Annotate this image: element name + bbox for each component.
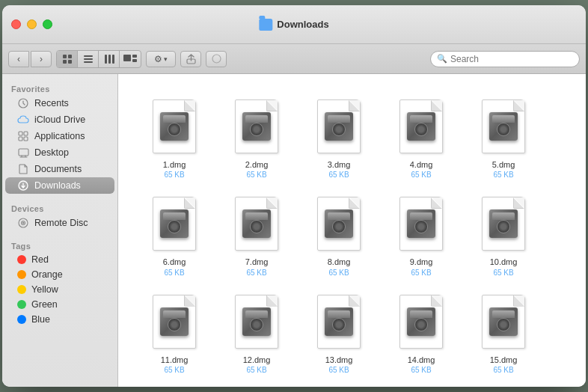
clock-icon <box>17 97 29 109</box>
sidebar-item-label: iCloud Drive <box>34 114 85 125</box>
disk-image-icon <box>407 112 435 141</box>
sidebar-item-label: Desktop <box>34 147 69 158</box>
list-item[interactable]: 1.dmg 65 KB <box>133 89 215 186</box>
document-shape <box>235 197 278 251</box>
file-icon <box>148 194 200 254</box>
orange-tag-dot <box>17 270 26 279</box>
sidebar-item-desktop[interactable]: Desktop <box>5 144 114 161</box>
desktop-icon <box>17 147 29 159</box>
maximize-button[interactable] <box>43 19 52 29</box>
action-menu-button[interactable]: ⚙ ▾ <box>146 51 176 67</box>
list-item[interactable]: 14.dmg 65 KB <box>380 284 462 382</box>
document-shape <box>399 197 443 251</box>
document-shape <box>153 197 196 251</box>
list-item[interactable]: 6.dmg 65 KB <box>133 186 215 284</box>
file-size: 65 KB <box>246 269 266 277</box>
close-button[interactable] <box>11 19 21 29</box>
sidebar-item-label: Remote Disc <box>34 218 88 228</box>
sidebar-item-tag-blue[interactable]: Blue <box>5 312 114 327</box>
document-shape <box>482 197 525 251</box>
list-item[interactable]: 12.dmg 65 KB <box>215 284 298 382</box>
sidebar-item-label: Applications <box>34 131 85 141</box>
minimize-button[interactable] <box>27 19 37 29</box>
file-name: 5.dmg <box>492 159 515 170</box>
sidebar-item-tag-yellow[interactable]: Yellow <box>5 282 114 297</box>
sidebar: Favorites Recents iCloud Drive <box>2 74 118 387</box>
file-size: 65 KB <box>493 269 513 277</box>
document-shape <box>235 99 278 153</box>
sidebar-item-applications[interactable]: Applications <box>5 128 114 144</box>
svg-rect-9 <box>112 55 114 64</box>
disk-image-icon <box>160 209 189 238</box>
list-item[interactable]: 4.dmg 65 KB <box>380 89 462 186</box>
disk-image-icon <box>325 209 353 238</box>
document-shape <box>399 99 443 153</box>
sidebar-item-downloads[interactable]: Downloads <box>5 177 114 194</box>
disk-image-icon <box>242 307 271 336</box>
cloud-icon <box>17 114 29 126</box>
document-shape <box>317 197 361 251</box>
list-item[interactable]: 9.dmg 65 KB <box>380 186 462 284</box>
file-name: 13.dmg <box>325 355 353 365</box>
svg-rect-17 <box>24 132 28 135</box>
list-view-button[interactable] <box>78 51 99 67</box>
file-size: 65 KB <box>164 171 184 179</box>
list-item[interactable]: 5.dmg 65 KB <box>462 89 545 186</box>
file-icon <box>477 97 530 156</box>
file-name: 2.dmg <box>245 159 269 170</box>
file-name: 8.dmg <box>328 257 351 267</box>
document-shape <box>153 295 196 349</box>
document-shape <box>317 99 361 153</box>
forward-button[interactable]: › <box>31 51 52 67</box>
list-item[interactable]: 15.dmg 65 KB <box>462 284 545 382</box>
sidebar-item-label: Documents <box>34 164 82 174</box>
list-item[interactable]: 3.dmg 65 KB <box>298 89 380 186</box>
file-size: 65 KB <box>411 171 431 179</box>
search-input[interactable] <box>450 54 573 64</box>
svg-rect-11 <box>132 55 137 58</box>
file-size: 65 KB <box>246 171 266 179</box>
column-view-button[interactable] <box>99 51 120 67</box>
finder-window: Downloads ‹ › <box>2 5 586 387</box>
disk-image-icon <box>325 112 353 141</box>
document-shape <box>153 99 196 153</box>
gallery-view-button[interactable] <box>120 51 141 67</box>
sidebar-item-tag-green[interactable]: Green <box>5 297 114 312</box>
sidebar-item-remote-disc[interactable]: Remote Disc <box>5 215 114 231</box>
window-title: Downloads <box>277 19 328 30</box>
svg-rect-10 <box>123 55 131 61</box>
file-size: 65 KB <box>246 366 266 374</box>
file-size: 65 KB <box>164 366 184 374</box>
file-icon <box>313 97 365 156</box>
sidebar-item-tag-orange[interactable]: Orange <box>5 267 114 282</box>
list-item[interactable]: 10.dmg 65 KB <box>462 186 545 284</box>
icon-view-button[interactable] <box>57 51 78 67</box>
list-item[interactable]: 11.dmg 65 KB <box>133 284 215 382</box>
list-item[interactable]: 8.dmg 65 KB <box>298 186 380 284</box>
svg-rect-7 <box>105 55 107 64</box>
svg-rect-16 <box>19 132 22 135</box>
svg-rect-0 <box>63 55 67 58</box>
search-bar[interactable]: 🔍 <box>430 51 580 67</box>
sidebar-item-tag-red[interactable]: Red <box>5 252 114 267</box>
document-shape <box>399 295 443 349</box>
list-item[interactable]: 13.dmg 65 KB <box>298 284 380 382</box>
list-item[interactable]: 7.dmg 65 KB <box>215 186 298 284</box>
sidebar-item-icloud[interactable]: iCloud Drive <box>5 111 114 128</box>
file-name: 1.dmg <box>163 159 186 170</box>
svg-point-24 <box>22 222 24 224</box>
chevron-down-icon: ▾ <box>164 55 168 63</box>
svg-rect-4 <box>84 55 93 57</box>
back-button[interactable]: ‹ <box>8 51 29 67</box>
file-name: 3.dmg <box>328 159 351 170</box>
sidebar-item-recents[interactable]: Recents <box>5 95 114 111</box>
share-button[interactable] <box>180 51 201 67</box>
sidebar-item-documents[interactable]: Documents <box>5 161 114 177</box>
file-name: 11.dmg <box>161 355 189 365</box>
document-shape <box>317 295 361 349</box>
svg-rect-3 <box>68 60 72 64</box>
disk-image-icon <box>407 209 435 238</box>
tag-button[interactable] <box>206 51 227 67</box>
list-item[interactable]: 2.dmg 65 KB <box>215 89 298 186</box>
svg-rect-20 <box>19 149 28 156</box>
